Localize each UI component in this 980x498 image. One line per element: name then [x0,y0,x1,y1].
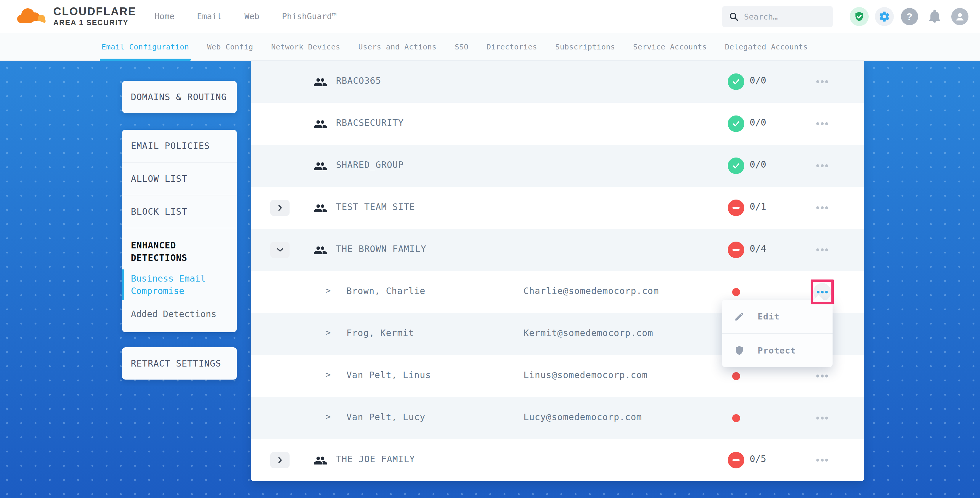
ellipsis-dot [825,164,828,167]
ellipsis-dot [821,122,824,125]
ellipsis-dot [821,164,824,167]
search-input[interactable] [744,12,821,21]
group-people-icon [314,455,327,465]
sidebar-card: DOMAINS & ROUTING [122,81,237,113]
member-email: Charlie@somedemocorp.com [523,286,659,296]
sidebar-item-domains-routing[interactable]: DOMAINS & ROUTING [122,81,237,113]
expand-group-button[interactable] [270,452,290,468]
search-box[interactable] [722,6,833,27]
sidebar-item-email-policies[interactable]: EMAIL POLICIES [122,130,237,162]
cloudflare-logo[interactable]: CLOUDFLARE AREA 1 SECURITY [17,6,136,27]
row-actions-button[interactable] [813,241,831,259]
content-area: DOMAINS & ROUTINGEMAIL POLICIESALLOW LIS… [0,61,980,498]
ellipsis-dot [825,80,828,83]
sidebar-cell: RETRACT SETTINGS [122,347,237,380]
ellipsis-dot [821,374,824,377]
ellipsis-dot [816,458,819,461]
group-row: RBACSECURITY0/0 [251,103,864,145]
menu-item-edit[interactable]: Edit [722,300,832,333]
ellipsis-dot [817,291,819,293]
protected-count: 0/4 [750,243,766,254]
page: CLOUDFLARE AREA 1 SECURITY HomeEmailWebP… [0,0,980,498]
member-chevron[interactable]: > [326,328,331,337]
sidebar-card: EMAIL POLICIESALLOW LISTBLOCK LISTENHANC… [122,130,237,332]
settings-button[interactable] [872,7,897,26]
help-button[interactable]: ? [897,8,922,25]
status-alert-badge [728,200,745,216]
group-name: RBACO365 [336,75,381,86]
ellipsis-dot [825,122,828,125]
tab-directories[interactable]: Directories [487,33,537,61]
search-icon [729,11,739,22]
tab-delegated-accounts[interactable]: Delegated Accounts [725,33,808,61]
brand-text: CLOUDFLARE AREA 1 SECURITY [53,6,136,27]
primary-nav: HomeEmailWebPhishGuard™ [154,11,337,21]
sidebar-item-retract-settings[interactable]: RETRACT SETTINGS [122,347,237,380]
status-alert-badge [728,452,745,468]
group-name: THE JOE FAMILY [336,454,415,464]
ellipsis-dot [816,248,819,251]
tab-sso[interactable]: SSO [455,33,469,61]
member-chevron[interactable]: > [326,370,331,380]
ellipsis-dot [821,80,824,83]
row-actions-button[interactable] [813,157,831,175]
menu-item-label: Edit [758,312,780,321]
sidebar-cell: DOMAINS & ROUTING [122,81,237,113]
row-actions-button[interactable] [813,115,831,133]
sidebar-subitem-business-email-compromise[interactable]: Business Email Compromise [122,267,237,302]
groups-table: RBACO3650/0 RBACSECURITY0/0 SHARED_GROUP… [251,61,864,481]
sidebar-subitem-added-detections[interactable]: Added Detections [122,302,237,326]
sidebar-item-enhanced-detections[interactable]: ENHANCED DETECTIONS [122,228,237,267]
sidebar-cell: EMAIL POLICIES [122,130,237,162]
member-chevron[interactable]: > [326,286,331,296]
group-people-icon [314,161,327,171]
ellipsis-dot [816,164,819,167]
cloudflare-cloud-icon [17,6,49,27]
menu-item-protect[interactable]: Protect [722,333,832,367]
row-actions-button[interactable] [813,73,831,91]
nav-link-home[interactable]: Home [154,11,174,21]
ellipsis-dot [821,206,824,209]
brand-name: CLOUDFLARE [53,6,136,18]
collapse-group-button[interactable] [270,242,290,258]
check-icon [732,161,740,170]
row-actions-button[interactable] [813,451,831,469]
account-button[interactable] [947,8,972,25]
top-header: CLOUDFLARE AREA 1 SECURITY HomeEmailWebP… [0,0,980,33]
expand-group-button[interactable] [270,200,290,216]
secondary-nav: Email ConfigurationWeb ConfigNetwork Dev… [0,33,980,61]
ellipsis-dot [816,206,819,209]
nav-link-web[interactable]: Web [245,11,260,21]
row-actions-button[interactable] [813,199,831,217]
group-row: THE JOE FAMILY0/5 [251,439,864,481]
group-name: THE BROWN FAMILY [336,243,426,254]
ellipsis-dot [816,417,819,420]
sidebar-item-block-list[interactable]: BLOCK LIST [122,196,237,228]
protection-status-button[interactable] [846,7,872,26]
shield-check-icon [850,7,869,26]
member-email: Lucy@somedemocorp.com [523,412,642,422]
user-avatar-icon [951,8,969,25]
gear-icon [875,7,894,26]
tab-subscriptions[interactable]: Subscriptions [555,33,615,61]
status-ok-badge [728,73,745,90]
nav-link-email[interactable]: Email [197,11,222,21]
row-actions-button[interactable] [813,367,831,385]
tab-network-devices[interactable]: Network Devices [271,33,340,61]
member-chevron[interactable]: > [326,412,331,422]
row-actions-button[interactable] [813,409,831,427]
nav-link-phishguard[interactable]: PhishGuard™ [282,11,337,21]
member-email: Linus@somedemocorp.com [523,370,648,380]
sidebar-item-allow-list[interactable]: ALLOW LIST [122,162,237,195]
ellipsis-dot [816,374,819,377]
tab-users-and-actions[interactable]: Users and Actions [358,33,436,61]
tab-web-config[interactable]: Web Config [207,33,253,61]
tab-service-accounts[interactable]: Service Accounts [633,33,707,61]
tab-email-configuration[interactable]: Email Configuration [102,33,189,61]
notifications-button[interactable] [922,9,947,24]
status-alert-dot [732,288,740,296]
question-icon: ? [901,8,918,25]
row-context-menu: Edit Protect [722,300,832,367]
ellipsis-dot [825,206,828,209]
pencil-icon [734,311,745,322]
